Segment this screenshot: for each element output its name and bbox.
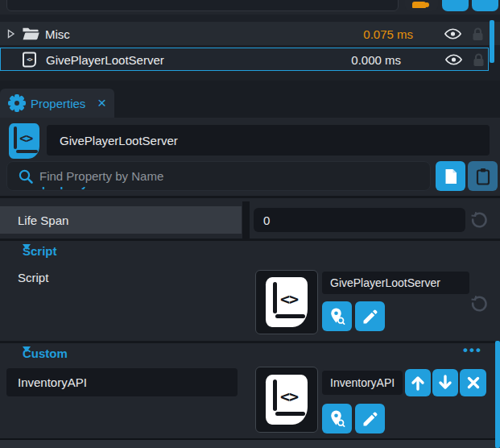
divider bbox=[0, 341, 500, 343]
arrow-up-icon bbox=[410, 375, 426, 391]
move-up-button[interactable] bbox=[405, 369, 431, 396]
script-asset-slot[interactable]: <> bbox=[255, 270, 318, 334]
script-asset-icon: <> bbox=[9, 123, 39, 159]
life-span-input[interactable] bbox=[254, 208, 465, 232]
custom-asset-slot[interactable]: <> bbox=[255, 367, 318, 433]
hierarchy-search-input[interactable] bbox=[6, 0, 399, 11]
lock-icon[interactable] bbox=[473, 52, 485, 66]
properties-scrollbar[interactable] bbox=[495, 341, 500, 448]
custom-section-menu[interactable]: ••• bbox=[463, 342, 495, 359]
scrolled-section-header: property bbox=[42, 187, 171, 191]
script-asset-icon: <> bbox=[266, 375, 308, 425]
bottom-panel-edge bbox=[0, 440, 500, 448]
property-label: Life Span bbox=[18, 214, 68, 227]
properties-panel: <> property Life bbox=[0, 118, 500, 448]
custom-property-name-input[interactable] bbox=[6, 368, 238, 396]
lock-icon[interactable] bbox=[472, 27, 484, 40]
tab-properties[interactable]: Properties × bbox=[0, 89, 114, 118]
networked-filter-button[interactable] bbox=[405, 0, 438, 11]
pin-search-icon bbox=[329, 409, 346, 428]
divider bbox=[0, 239, 500, 241]
row-label: GivePlayerLootServer bbox=[46, 52, 164, 66]
reset-icon[interactable] bbox=[470, 211, 488, 229]
folder-icon bbox=[22, 27, 39, 41]
script-icon: <> bbox=[23, 52, 36, 67]
close-x-icon bbox=[466, 375, 481, 390]
pencil-icon bbox=[362, 308, 378, 325]
section-title: Custom bbox=[23, 346, 68, 360]
find-asset-button[interactable] bbox=[322, 404, 352, 433]
expand-caret-icon[interactable] bbox=[7, 29, 15, 39]
networked-icon bbox=[412, 2, 426, 8]
toolbar-button-1[interactable] bbox=[442, 0, 469, 11]
search-icon bbox=[18, 168, 34, 185]
pin-search-icon bbox=[329, 307, 346, 326]
copy-properties-button[interactable] bbox=[436, 161, 465, 191]
delete-property-button[interactable] bbox=[460, 369, 486, 396]
arrow-down-icon bbox=[437, 375, 453, 391]
toolbar-button-2[interactable] bbox=[472, 0, 498, 11]
divider bbox=[0, 196, 500, 198]
editor-window: Misc 0.075 ms <> GivePlayerLootServer 0.… bbox=[0, 0, 500, 448]
edit-script-button[interactable] bbox=[355, 404, 385, 433]
hierarchy-row-giveplayerlootserver[interactable]: <> GivePlayerLootServer 0.000 ms bbox=[0, 48, 489, 71]
visibility-eye-icon[interactable] bbox=[444, 27, 462, 40]
paste-clipboard-icon bbox=[476, 168, 490, 185]
section-title: Script bbox=[23, 244, 57, 258]
reset-icon[interactable] bbox=[470, 295, 488, 313]
property-search-input[interactable] bbox=[39, 162, 426, 190]
find-asset-button[interactable] bbox=[322, 301, 352, 331]
row-time: 0.000 ms bbox=[351, 52, 401, 66]
move-down-button[interactable] bbox=[432, 369, 458, 396]
hierarchy-row-misc[interactable]: Misc 0.075 ms bbox=[0, 22, 500, 45]
object-name-field[interactable] bbox=[47, 125, 490, 156]
custom-asset-name[interactable]: InventoryAPI bbox=[322, 371, 403, 395]
script-property-label: Script bbox=[18, 271, 48, 284]
script-asset-icon: <> bbox=[266, 277, 308, 327]
panel-tab-bar: Properties × bbox=[0, 81, 500, 118]
copy-document-icon bbox=[444, 168, 458, 185]
paste-properties-button[interactable] bbox=[468, 161, 498, 191]
hierarchy-panel: Misc 0.075 ms <> GivePlayerLootServer 0.… bbox=[0, 15, 500, 81]
edit-script-button[interactable] bbox=[355, 301, 385, 331]
gear-wrench-icon bbox=[8, 94, 26, 112]
tab-close-icon[interactable]: × bbox=[97, 95, 106, 110]
hierarchy-scrollbar[interactable] bbox=[490, 20, 494, 63]
row-label: Misc bbox=[45, 27, 70, 40]
row-time: 0.075 ms bbox=[363, 27, 413, 40]
pencil-icon bbox=[362, 410, 378, 427]
script-asset-name[interactable]: GivePlayerLootServer bbox=[322, 272, 469, 294]
column-divider bbox=[242, 201, 250, 239]
tab-label: Properties bbox=[31, 97, 85, 110]
visibility-eye-icon[interactable] bbox=[444, 53, 463, 66]
life-span-label-cell: Life Span bbox=[0, 206, 242, 234]
